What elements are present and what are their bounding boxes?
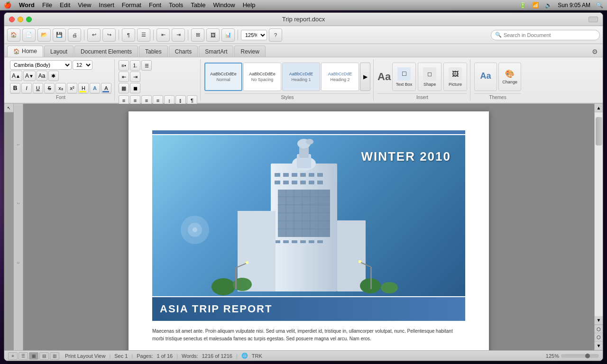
scroll-track[interactable] <box>595 112 603 316</box>
menu-file[interactable]: File <box>42 1 52 9</box>
redo-btn[interactable]: ↪ <box>102 28 116 42</box>
style-normal[interactable]: AaBbCcDdEe Normal <box>204 63 242 91</box>
zoom-select[interactable]: 125% <box>241 30 267 40</box>
decrease-indent-btn[interactable]: ⇤ <box>119 72 129 82</box>
scroll-page-down-btn[interactable]: ⬡ <box>595 333 603 342</box>
multilevel-btn[interactable]: ☰ <box>141 60 152 71</box>
open-btn[interactable]: 📂 <box>37 28 51 42</box>
menu-help[interactable]: Help <box>243 1 256 9</box>
superscript-btn[interactable]: x² <box>67 83 77 93</box>
ribbon-settings-btn[interactable]: ⚙ <box>589 46 600 57</box>
bold-btn[interactable]: B <box>10 83 20 93</box>
styles-arrow-btn[interactable]: ▶ <box>360 63 370 91</box>
scroll-up-btn[interactable]: ▲ <box>595 104 603 112</box>
undo-btn[interactable]: ↩ <box>87 28 101 42</box>
font-case-btn[interactable]: Aа <box>37 71 47 81</box>
chart-btn[interactable]: 📊 <box>221 28 235 42</box>
view-btn-4[interactable]: ▤ <box>39 352 49 360</box>
close-button[interactable] <box>9 17 15 22</box>
tab-smartart[interactable]: SmartArt <box>199 46 233 57</box>
align-btn[interactable]: ⇥ <box>172 28 185 42</box>
menu-edit[interactable]: Edit <box>60 1 70 9</box>
view-btn-2[interactable]: ☰ <box>18 352 28 360</box>
numbering-btn[interactable]: 1. <box>130 60 140 71</box>
collapse-button[interactable] <box>589 17 598 22</box>
scroll-thumb[interactable] <box>596 117 602 146</box>
svg-rect-10 <box>309 173 314 177</box>
bullets-btn[interactable]: ≡• <box>119 60 129 71</box>
vertical-scrollbar[interactable]: ▲ ▼ ⬡ ⬡ ▼ <box>594 104 603 350</box>
show-btn[interactable]: ☰ <box>137 28 150 42</box>
text-box-btn[interactable]: ☐ Text Box <box>392 63 416 91</box>
indent-btn[interactable]: ⇤ <box>156 28 170 42</box>
help-btn[interactable]: ? <box>269 28 282 42</box>
format-btn[interactable]: ¶ <box>122 28 135 42</box>
view-btn-3[interactable]: ▦ <box>29 352 38 360</box>
save-btn[interactable]: 💾 <box>53 28 66 42</box>
shape-btn[interactable]: ◻ Shape <box>418 63 441 91</box>
view-label: Print Layout View <box>65 353 105 359</box>
font-size-up-btn[interactable]: A▲ <box>10 71 22 81</box>
font-face-select[interactable]: Cambria (Body) <box>10 60 72 70</box>
scroll-page-up-btn[interactable]: ⬡ <box>595 325 603 333</box>
font-size-select[interactable]: 12 <box>73 60 92 70</box>
print-btn[interactable]: 🖨 <box>68 28 81 42</box>
maximize-button[interactable] <box>26 17 32 22</box>
menu-table[interactable]: Table <box>191 1 205 9</box>
style-normal-preview: AaBbCcDdEe <box>210 72 237 77</box>
italic-btn[interactable]: I <box>21 83 32 93</box>
ruler-corner[interactable]: ↖ <box>4 104 14 112</box>
subscript-btn[interactable]: x₂ <box>55 83 66 93</box>
menu-font[interactable]: Font <box>149 1 161 9</box>
font-size-down-btn[interactable]: A▼ <box>23 71 36 81</box>
scroll-bottom-btn[interactable]: ▼ <box>595 342 603 350</box>
view-btn-5[interactable]: ▥ <box>50 352 59 360</box>
zoom-thumb[interactable] <box>585 354 590 358</box>
picture-btn[interactable]: 🖼 Picture <box>443 63 467 91</box>
menu-tools[interactable]: Tools <box>169 1 183 9</box>
zoom-slider[interactable] <box>561 354 599 358</box>
tab-tables[interactable]: Tables <box>139 46 168 57</box>
svg-rect-17 <box>317 181 323 184</box>
tab-charts[interactable]: Charts <box>169 46 198 57</box>
tab-layout[interactable]: Layout <box>44 46 74 57</box>
menu-view[interactable]: View <box>78 1 91 9</box>
search-input[interactable] <box>504 32 596 38</box>
border-btn[interactable]: ▦ <box>119 83 129 93</box>
tab-home[interactable]: 🏠 Home <box>7 46 43 57</box>
tab-review[interactable]: Review <box>234 46 265 57</box>
apple-menu[interactable]: 🍎 <box>4 1 11 9</box>
underline-btn[interactable]: U <box>33 83 43 93</box>
menu-window[interactable]: Window <box>213 1 235 9</box>
themes-aa-btn[interactable]: Aa <box>474 63 497 91</box>
app-name[interactable]: Word <box>19 1 35 9</box>
highlight-btn[interactable]: H <box>78 83 89 93</box>
ribbon-group-themes: Aa 🎨 Change Themes <box>471 59 524 101</box>
img-btn[interactable]: 🖼 <box>206 28 220 42</box>
table-insert-btn[interactable]: ⊞ <box>191 28 204 42</box>
shading-btn[interactable]: ◼ <box>130 83 140 93</box>
menu-format[interactable]: Format <box>122 1 141 9</box>
doc-body-text[interactable]: Maecenas sit amet ante. Proin aliquam vu… <box>152 328 465 343</box>
clock: Sun 9:05 AM <box>558 2 590 9</box>
style-no-spacing[interactable]: AaBbCcDdEe No Spacing <box>243 63 281 91</box>
font-color-btn[interactable]: A <box>101 83 111 93</box>
document-page[interactable]: WINTER 2010 ASIA TRIP REPORT Maecenas si… <box>129 111 489 350</box>
view-btn-1[interactable]: ≡ <box>8 352 18 360</box>
tab-document-elements[interactable]: Document Elements <box>74 46 138 57</box>
svg-point-37 <box>212 278 235 295</box>
menu-insert[interactable]: Insert <box>99 1 114 9</box>
clear-format-btn[interactable]: ✱ <box>48 71 59 81</box>
minimize-button[interactable] <box>18 17 23 22</box>
themes-change-btn[interactable]: 🎨 Change <box>498 63 521 91</box>
increase-indent-btn[interactable]: ⇥ <box>130 72 140 82</box>
style-heading1[interactable]: AaBbCcDdE Heading 1 <box>282 63 320 91</box>
home-toolbar-btn[interactable]: 🏠 <box>7 28 20 42</box>
scroll-down-btn[interactable]: ▼ <box>595 316 603 325</box>
style-heading2[interactable]: AaBbCcDdE Heading 2 <box>321 63 359 91</box>
page-scroll-area[interactable]: WINTER 2010 ASIA TRIP REPORT Maecenas si… <box>23 104 594 350</box>
new-btn[interactable]: 📄 <box>22 28 36 42</box>
text-effects-btn[interactable]: A <box>90 83 100 93</box>
strikethrough-btn[interactable]: S̶ <box>44 83 55 93</box>
spotlight-icon[interactable]: 🔍 <box>596 2 603 9</box>
